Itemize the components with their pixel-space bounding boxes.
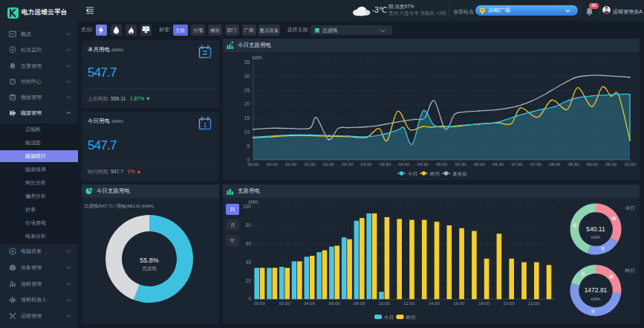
svg-text:07:30: 07:30	[530, 162, 542, 167]
svg-text:20: 20	[244, 101, 250, 106]
svg-text:02:30: 02:30	[342, 162, 354, 167]
svg-text:03:30: 03:30	[380, 162, 391, 167]
svg-text:16:00: 16:00	[453, 301, 465, 306]
svg-text:03:00: 03:00	[361, 162, 373, 167]
svg-text:30: 30	[244, 74, 250, 79]
svg-text:08:00: 08:00	[549, 162, 561, 167]
svg-text:09:00: 09:00	[587, 162, 599, 167]
svg-text:10: 10	[244, 129, 250, 135]
svg-text:12:00: 12:00	[403, 301, 415, 306]
svg-text:04:30: 04:30	[417, 162, 429, 167]
svg-text:08:00: 08:00	[354, 301, 365, 306]
svg-text:昨日: 昨日	[625, 268, 635, 274]
svg-text:01:30: 01:30	[305, 162, 316, 167]
svg-text:02:00: 02:00	[279, 301, 290, 306]
svg-text:今日: 今日	[625, 205, 635, 211]
svg-text:22:00: 22:00	[528, 301, 540, 306]
svg-text:05:00: 05:00	[436, 162, 448, 167]
svg-text:06:00: 06:00	[474, 162, 486, 167]
svg-text:昨日: 昨日	[430, 171, 440, 176]
svg-text:01:00: 01:00	[285, 162, 297, 167]
svg-text:540.11: 540.11	[586, 225, 605, 233]
svg-text:20:00: 20:00	[503, 301, 515, 306]
svg-text:80: 80	[246, 222, 252, 228]
svg-text:05:30: 05:30	[455, 162, 466, 167]
svg-text:昨日: 昨日	[406, 315, 416, 320]
svg-text:15: 15	[244, 115, 250, 120]
svg-text:谷: 谷	[572, 222, 577, 228]
svg-text:14:00: 14:00	[429, 301, 440, 306]
svg-text:10:00: 10:00	[624, 162, 636, 167]
svg-text:06:30: 06:30	[492, 162, 504, 167]
svg-text:18:00: 18:00	[478, 301, 490, 306]
svg-text:07:00: 07:00	[511, 162, 523, 167]
svg-text:00:00: 00:00	[247, 162, 259, 167]
svg-text:今日: 今日	[384, 315, 394, 320]
svg-text:谷: 谷	[580, 271, 585, 277]
svg-text:06:00: 06:00	[329, 301, 341, 306]
svg-text:100: 100	[243, 204, 251, 209]
svg-text:0: 0	[248, 296, 251, 301]
svg-text:平: 平	[590, 309, 595, 314]
svg-text:1: 1	[204, 121, 207, 129]
svg-text:02:00: 02:00	[323, 162, 335, 167]
svg-text:1472.81: 1472.81	[585, 286, 608, 294]
svg-text:40: 40	[246, 260, 252, 265]
svg-text:25: 25	[244, 88, 250, 93]
svg-text:35: 35	[244, 60, 250, 65]
svg-text:总进线: 总进线	[141, 266, 157, 271]
svg-text:5: 5	[247, 144, 250, 149]
svg-text:09:30: 09:30	[605, 162, 617, 167]
svg-text:平: 平	[600, 246, 605, 251]
svg-text:今日: 今日	[408, 171, 417, 176]
svg-text:kWh: kWh	[253, 55, 262, 60]
svg-text:峰: 峰	[610, 274, 614, 279]
svg-text:10:00: 10:00	[379, 301, 391, 306]
svg-text:55.8%: 55.8%	[140, 257, 159, 264]
svg-text:04:00: 04:00	[304, 301, 316, 306]
svg-text:60: 60	[246, 241, 252, 246]
svg-text:总进线(547.7) / 用电(981.6) (kWh): 总进线(547.7) / 用电(981.6) (kWh)	[84, 203, 155, 209]
svg-text:峰: 峰	[612, 216, 617, 221]
svg-text:基准值: 基准值	[452, 171, 467, 176]
svg-text:08:30: 08:30	[567, 162, 579, 167]
svg-text:kWh: kWh	[591, 234, 601, 239]
svg-text:20: 20	[246, 278, 252, 283]
svg-text:00:00: 00:00	[254, 301, 266, 306]
svg-text:00:30: 00:30	[267, 162, 279, 167]
svg-text:kWh: kWh	[591, 296, 601, 301]
svg-text:kWh: kWh	[249, 199, 258, 205]
svg-text:04:00: 04:00	[398, 162, 410, 167]
